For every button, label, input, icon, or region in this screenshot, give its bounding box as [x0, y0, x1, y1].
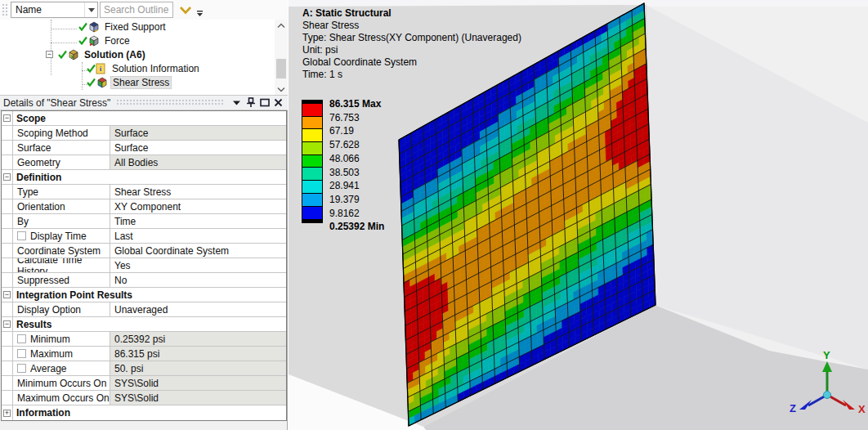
details-row-scope: − Scope: [2, 111, 286, 126]
details-row-orientation: Orientation XY Component: [2, 199, 286, 214]
docking-texture: [116, 99, 223, 106]
property-label: Minimum Occurs On: [17, 378, 106, 389]
name-filter-dropdown[interactable]: Name: [11, 2, 98, 18]
annotation-line: Shear Stress: [302, 20, 521, 32]
outline-toolbar: Name: [0, 0, 288, 20]
outline-tree: Fixed Support Force− Solution (A6) iSolu…: [0, 20, 288, 95]
property-value[interactable]: Last: [110, 229, 286, 243]
details-row-surface: Surface Surface: [2, 141, 286, 155]
solution-icon: [65, 49, 82, 60]
details-table: − Scope Scoping Method Surface Surface S…: [1, 110, 287, 421]
property-value[interactable]: XY Component: [110, 199, 286, 213]
details-row-results: − Results: [2, 317, 286, 332]
legend-band: [302, 129, 322, 142]
name-filter-label: Name: [11, 4, 84, 16]
scroll-up-icon[interactable]: [275, 20, 288, 31]
details-row-average: Average 50. psi: [2, 361, 286, 376]
property-value[interactable]: Surface: [110, 141, 286, 155]
details-row-definition: − Definition: [2, 170, 286, 185]
expand-collapse-tree-button[interactable]: [177, 2, 206, 18]
property-value[interactable]: Global Coordinate System: [110, 244, 286, 258]
details-panel-header: Details of "Shear Stress": [0, 95, 288, 110]
section-expander-icon[interactable]: −: [3, 291, 11, 298]
section-expander-icon[interactable]: −: [3, 173, 11, 181]
tree-scrollbar[interactable]: [275, 20, 288, 95]
section-label: Scope: [13, 111, 286, 125]
search-outline-input[interactable]: [100, 2, 173, 18]
row-checkbox[interactable]: [17, 364, 26, 373]
property-label: Surface: [17, 142, 51, 154]
scrollbar-thumb[interactable]: [276, 59, 286, 78]
section-expander-icon[interactable]: −: [3, 320, 11, 328]
legend-band: [302, 155, 322, 168]
tree-item-label: Solution Information: [110, 62, 202, 75]
property-label: Orientation: [17, 201, 65, 213]
property-label: Display Time: [30, 231, 87, 242]
toolbar-grip-handle[interactable]: [1, 2, 9, 17]
property-value: SYS\Solid: [110, 391, 286, 405]
tree-item-solution-information[interactable]: iSolution Information: [0, 61, 288, 75]
legend-band: [302, 207, 322, 220]
details-row-display-time: Display Time Last: [2, 229, 286, 244]
tree-item-label: Shear Stress: [110, 76, 172, 89]
maximize-icon[interactable]: [258, 96, 271, 109]
legend-band: [302, 181, 322, 194]
row-checkbox[interactable]: [17, 349, 26, 358]
property-value[interactable]: No: [110, 273, 286, 287]
triad-origin: [824, 392, 831, 399]
tree-item-solution-a6-[interactable]: − Solution (A6): [0, 47, 288, 61]
left-panel: Name: [0, 0, 288, 430]
property-label: Coordinate System: [17, 245, 101, 257]
details-row-type: Type Shear Stress: [2, 185, 286, 199]
details-panel-title: Details of "Shear Stress": [3, 97, 110, 109]
legend-label: 76.753: [329, 111, 360, 124]
legend-label: 0.25392 Min: [329, 220, 384, 233]
property-label: Minimum: [30, 334, 70, 345]
close-icon[interactable]: [272, 96, 284, 109]
tree-expander-icon[interactable]: −: [46, 51, 53, 58]
z-axis-label: Z: [790, 402, 796, 414]
section-label: Definition: [13, 170, 286, 184]
property-label: Maximum: [30, 348, 73, 360]
property-value[interactable]: Yes: [110, 258, 286, 272]
tree-item-force[interactable]: Force: [0, 34, 288, 47]
x-axis-label: X: [858, 403, 866, 415]
solution-information-icon: i: [94, 63, 110, 74]
row-checkbox[interactable]: [17, 334, 26, 343]
annotation-line: Time: 1 s: [302, 69, 521, 81]
tree-item-shear-stress[interactable]: Shear Stress: [0, 75, 288, 89]
property-value[interactable]: Time: [110, 214, 286, 228]
property-value: SYS\Solid: [110, 376, 286, 390]
annotation-line: Unit: psi: [302, 44, 521, 56]
details-row-information: + Information: [2, 405, 286, 420]
section-label: Results: [13, 317, 286, 331]
legend-label: 67.19: [329, 124, 354, 137]
legend-label: 38.503: [329, 166, 360, 179]
section-expander-icon[interactable]: −: [3, 114, 11, 122]
property-value[interactable]: Unaveraged: [110, 302, 286, 316]
section-label: Information: [13, 405, 286, 420]
pin-icon[interactable]: [244, 96, 257, 109]
annotation-line: A: Static Structural: [302, 7, 521, 20]
property-value: 0.25392 psi: [110, 332, 286, 346]
property-value[interactable]: Shear Stress: [110, 185, 286, 199]
scroll-down-icon[interactable]: [275, 83, 288, 95]
legend-band: [302, 194, 322, 207]
tree-item-label: Force: [102, 34, 132, 47]
details-row-maximum-occurs-on: Maximum Occurs On SYS\Solid: [2, 391, 286, 405]
caret-down-icon: [196, 11, 204, 16]
gold-chevron-icon: [179, 5, 192, 16]
row-checkbox[interactable]: [17, 231, 26, 240]
property-label: Calculate Time History: [17, 258, 110, 272]
panel-menu-caret-icon[interactable]: [230, 96, 243, 109]
details-row-geometry: Geometry All Bodies: [2, 155, 286, 170]
legend-color-bar: [302, 100, 323, 223]
legend-label: 86.315 Max: [329, 97, 381, 110]
tree-item-label: Solution (A6): [82, 48, 148, 61]
tree-item-fixed-support[interactable]: Fixed Support: [0, 20, 288, 34]
property-value: Surface: [110, 126, 286, 140]
section-expander-icon[interactable]: +: [3, 410, 11, 417]
annotation-line: Type: Shear Stress(XY Component) (Unaver…: [302, 32, 521, 44]
graphics-viewport[interactable]: YXZ A: Static StructuralShear StressType…: [289, 0, 868, 430]
property-value: All Bodies: [110, 155, 286, 169]
